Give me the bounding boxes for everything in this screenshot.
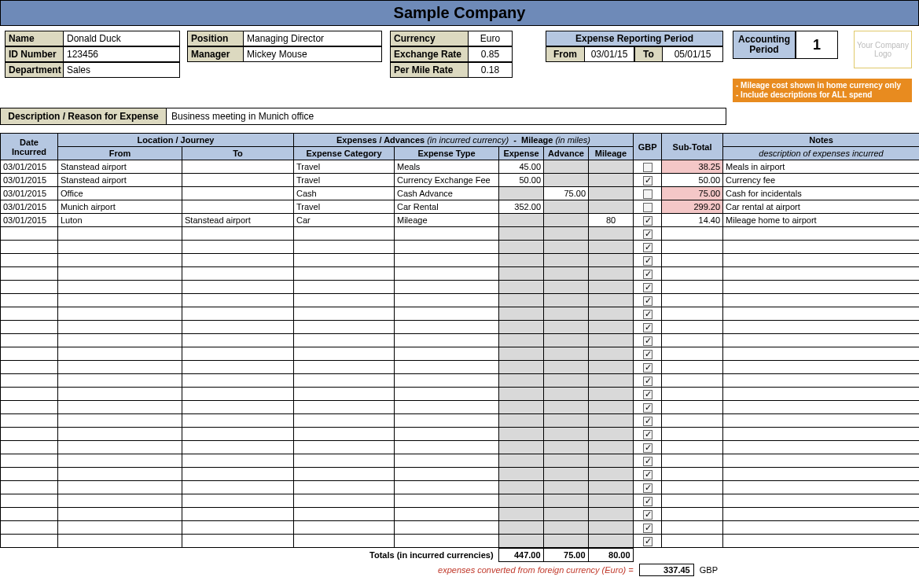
cell-adv[interactable] — [544, 307, 589, 321]
cell-note[interactable] — [723, 227, 919, 241]
cell-type[interactable] — [395, 347, 499, 361]
cell-mil[interactable] — [589, 468, 634, 481]
cell-gbp[interactable] — [634, 468, 662, 481]
gbp-checkbox[interactable] — [643, 403, 652, 413]
cell-adv[interactable] — [544, 441, 589, 454]
cell-to[interactable] — [182, 321, 294, 334]
cell-from[interactable] — [58, 254, 182, 267]
cell-to[interactable] — [182, 160, 294, 174]
cell-date[interactable] — [1, 307, 58, 321]
cell-gbp[interactable] — [634, 254, 662, 267]
cell-cat[interactable] — [294, 334, 395, 347]
cell-cat[interactable] — [294, 307, 395, 321]
cell-to[interactable] — [182, 347, 294, 361]
cell-mil[interactable] — [589, 374, 634, 388]
cell-type[interactable] — [395, 281, 499, 294]
cell-to[interactable] — [182, 521, 294, 535]
period-to-value[interactable]: 05/01/15 — [663, 46, 723, 62]
gbp-checkbox[interactable] — [643, 216, 652, 226]
cell-note[interactable] — [723, 294, 919, 307]
cell-cat[interactable] — [294, 494, 395, 508]
cell-from[interactable] — [58, 307, 182, 321]
cell-date[interactable] — [1, 468, 58, 481]
cell-date[interactable] — [1, 454, 58, 468]
cell-cat[interactable] — [294, 267, 395, 281]
cell-from[interactable]: Office — [58, 187, 182, 200]
cell-from[interactable] — [58, 454, 182, 468]
cell-exp[interactable] — [499, 321, 544, 334]
cell-gbp[interactable] — [634, 361, 662, 374]
cell-exp[interactable] — [499, 361, 544, 374]
cell-date[interactable] — [1, 441, 58, 454]
cell-exp[interactable] — [499, 414, 544, 428]
gbp-checkbox[interactable] — [643, 443, 652, 453]
cell-cat[interactable]: Travel — [294, 160, 395, 174]
cell-gbp[interactable] — [634, 187, 662, 200]
cell-type[interactable] — [395, 307, 499, 321]
cell-note[interactable]: Cash for incidentals — [723, 187, 919, 200]
cell-date[interactable]: 03/01/2015 — [1, 174, 58, 187]
cell-cat[interactable] — [294, 468, 395, 481]
cell-adv[interactable] — [544, 347, 589, 361]
cell-date[interactable] — [1, 361, 58, 374]
gbp-checkbox[interactable] — [643, 256, 652, 266]
cell-type[interactable] — [395, 321, 499, 334]
cell-from[interactable] — [58, 361, 182, 374]
cell-type[interactable] — [395, 454, 499, 468]
cell-exp[interactable] — [499, 494, 544, 508]
cell-date[interactable] — [1, 254, 58, 267]
cell-mil[interactable] — [589, 481, 634, 494]
cell-type[interactable] — [395, 468, 499, 481]
cell-gbp[interactable] — [634, 227, 662, 241]
cell-mil[interactable] — [589, 428, 634, 441]
cell-cat[interactable] — [294, 441, 395, 454]
rate-value[interactable]: 0.85 — [469, 46, 513, 62]
cell-exp[interactable] — [499, 374, 544, 388]
cell-note[interactable] — [723, 321, 919, 334]
cell-type[interactable] — [395, 521, 499, 535]
cell-type[interactable] — [395, 227, 499, 241]
cell-note[interactable] — [723, 494, 919, 508]
cell-adv[interactable] — [544, 267, 589, 281]
cell-exp[interactable] — [499, 334, 544, 347]
cell-from[interactable] — [58, 521, 182, 535]
cell-exp[interactable] — [499, 347, 544, 361]
cell-cat[interactable] — [294, 454, 395, 468]
gbp-checkbox[interactable] — [643, 163, 652, 172]
cell-type[interactable] — [395, 428, 499, 441]
cell-exp[interactable] — [499, 521, 544, 535]
cell-note[interactable] — [723, 535, 919, 548]
cell-note[interactable]: Meals in airport — [723, 160, 919, 174]
cell-date[interactable] — [1, 535, 58, 548]
cell-exp[interactable] — [499, 428, 544, 441]
cell-note[interactable] — [723, 521, 919, 535]
cell-note[interactable] — [723, 468, 919, 481]
cell-exp[interactable] — [499, 307, 544, 321]
cell-adv[interactable] — [544, 241, 589, 254]
cell-mil[interactable] — [589, 521, 634, 535]
cell-type[interactable]: Currency Exchange Fee — [395, 174, 499, 187]
gbp-checkbox[interactable] — [643, 310, 652, 319]
mile-rate-value[interactable]: 0.18 — [469, 62, 513, 78]
cell-cat[interactable] — [294, 521, 395, 535]
cell-type[interactable] — [395, 535, 499, 548]
cell-exp[interactable]: 45.00 — [499, 160, 544, 174]
cell-from[interactable] — [58, 294, 182, 307]
gbp-checkbox[interactable] — [643, 270, 652, 279]
cell-date[interactable] — [1, 267, 58, 281]
cell-type[interactable] — [395, 508, 499, 521]
cell-to[interactable] — [182, 414, 294, 428]
cell-adv[interactable] — [544, 494, 589, 508]
cell-cat[interactable] — [294, 227, 395, 241]
cell-type[interactable]: Meals — [395, 160, 499, 174]
cell-type[interactable] — [395, 267, 499, 281]
cell-to[interactable] — [182, 294, 294, 307]
cell-note[interactable] — [723, 454, 919, 468]
cell-mil[interactable] — [589, 441, 634, 454]
cell-cat[interactable] — [294, 281, 395, 294]
cell-gbp[interactable] — [634, 441, 662, 454]
cell-cat[interactable]: Travel — [294, 200, 395, 214]
cell-from[interactable]: Stanstead airport — [58, 174, 182, 187]
cell-gbp[interactable] — [634, 414, 662, 428]
manager-value[interactable]: Mickey Mouse — [244, 46, 382, 62]
